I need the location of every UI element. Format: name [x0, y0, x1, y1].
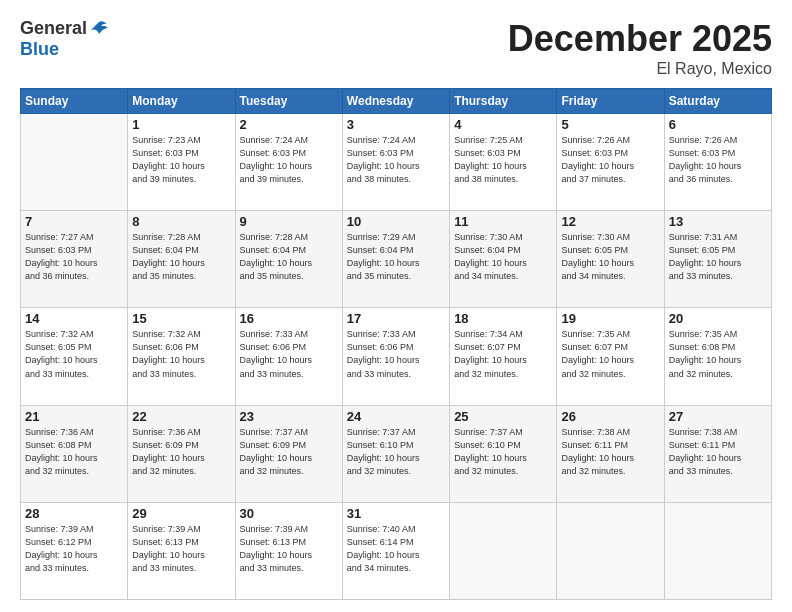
day-info: Sunrise: 7:39 AM Sunset: 6:13 PM Dayligh…: [240, 523, 338, 575]
table-row: 10Sunrise: 7:29 AM Sunset: 6:04 PM Dayli…: [342, 211, 449, 308]
calendar-week-row: 1Sunrise: 7:23 AM Sunset: 6:03 PM Daylig…: [21, 114, 772, 211]
calendar-table: Sunday Monday Tuesday Wednesday Thursday…: [20, 88, 772, 600]
day-info: Sunrise: 7:38 AM Sunset: 6:11 PM Dayligh…: [669, 426, 767, 478]
table-row: [664, 502, 771, 599]
logo-text-blue: Blue: [20, 39, 59, 60]
day-info: Sunrise: 7:28 AM Sunset: 6:04 PM Dayligh…: [132, 231, 230, 283]
table-row: 16Sunrise: 7:33 AM Sunset: 6:06 PM Dayli…: [235, 308, 342, 405]
title-block: December 2025 El Rayo, Mexico: [508, 18, 772, 78]
table-row: 4Sunrise: 7:25 AM Sunset: 6:03 PM Daylig…: [450, 114, 557, 211]
calendar-page: General Blue December 2025 El Rayo, Mexi…: [0, 0, 792, 612]
day-info: Sunrise: 7:35 AM Sunset: 6:08 PM Dayligh…: [669, 328, 767, 380]
day-info: Sunrise: 7:24 AM Sunset: 6:03 PM Dayligh…: [347, 134, 445, 186]
logo-text-general: General: [20, 18, 87, 39]
day-info: Sunrise: 7:30 AM Sunset: 6:05 PM Dayligh…: [561, 231, 659, 283]
day-info: Sunrise: 7:28 AM Sunset: 6:04 PM Dayligh…: [240, 231, 338, 283]
day-info: Sunrise: 7:26 AM Sunset: 6:03 PM Dayligh…: [669, 134, 767, 186]
calendar-week-row: 28Sunrise: 7:39 AM Sunset: 6:12 PM Dayli…: [21, 502, 772, 599]
table-row: 31Sunrise: 7:40 AM Sunset: 6:14 PM Dayli…: [342, 502, 449, 599]
day-info: Sunrise: 7:33 AM Sunset: 6:06 PM Dayligh…: [347, 328, 445, 380]
day-info: Sunrise: 7:37 AM Sunset: 6:09 PM Dayligh…: [240, 426, 338, 478]
day-number: 1: [132, 117, 230, 132]
col-thursday: Thursday: [450, 89, 557, 114]
day-number: 17: [347, 311, 445, 326]
day-number: 10: [347, 214, 445, 229]
day-info: Sunrise: 7:37 AM Sunset: 6:10 PM Dayligh…: [347, 426, 445, 478]
day-number: 3: [347, 117, 445, 132]
day-number: 6: [669, 117, 767, 132]
table-row: 12Sunrise: 7:30 AM Sunset: 6:05 PM Dayli…: [557, 211, 664, 308]
col-monday: Monday: [128, 89, 235, 114]
table-row: 1Sunrise: 7:23 AM Sunset: 6:03 PM Daylig…: [128, 114, 235, 211]
logo: General Blue: [20, 18, 109, 60]
day-number: 21: [25, 409, 123, 424]
day-number: 15: [132, 311, 230, 326]
day-number: 22: [132, 409, 230, 424]
table-row: 27Sunrise: 7:38 AM Sunset: 6:11 PM Dayli…: [664, 405, 771, 502]
day-number: 5: [561, 117, 659, 132]
table-row: 22Sunrise: 7:36 AM Sunset: 6:09 PM Dayli…: [128, 405, 235, 502]
table-row: 30Sunrise: 7:39 AM Sunset: 6:13 PM Dayli…: [235, 502, 342, 599]
day-number: 12: [561, 214, 659, 229]
table-row: 17Sunrise: 7:33 AM Sunset: 6:06 PM Dayli…: [342, 308, 449, 405]
day-number: 4: [454, 117, 552, 132]
table-row: 29Sunrise: 7:39 AM Sunset: 6:13 PM Dayli…: [128, 502, 235, 599]
day-number: 18: [454, 311, 552, 326]
table-row: [557, 502, 664, 599]
table-row: 5Sunrise: 7:26 AM Sunset: 6:03 PM Daylig…: [557, 114, 664, 211]
day-number: 25: [454, 409, 552, 424]
day-number: 16: [240, 311, 338, 326]
day-number: 28: [25, 506, 123, 521]
day-number: 26: [561, 409, 659, 424]
day-number: 30: [240, 506, 338, 521]
day-number: 27: [669, 409, 767, 424]
day-number: 29: [132, 506, 230, 521]
day-number: 31: [347, 506, 445, 521]
table-row: 8Sunrise: 7:28 AM Sunset: 6:04 PM Daylig…: [128, 211, 235, 308]
col-wednesday: Wednesday: [342, 89, 449, 114]
table-row: 20Sunrise: 7:35 AM Sunset: 6:08 PM Dayli…: [664, 308, 771, 405]
day-info: Sunrise: 7:31 AM Sunset: 6:05 PM Dayligh…: [669, 231, 767, 283]
day-number: 2: [240, 117, 338, 132]
table-row: 2Sunrise: 7:24 AM Sunset: 6:03 PM Daylig…: [235, 114, 342, 211]
table-row: 13Sunrise: 7:31 AM Sunset: 6:05 PM Dayli…: [664, 211, 771, 308]
table-row: 24Sunrise: 7:37 AM Sunset: 6:10 PM Dayli…: [342, 405, 449, 502]
day-number: 9: [240, 214, 338, 229]
day-number: 20: [669, 311, 767, 326]
table-row: 14Sunrise: 7:32 AM Sunset: 6:05 PM Dayli…: [21, 308, 128, 405]
header: General Blue December 2025 El Rayo, Mexi…: [20, 18, 772, 78]
day-info: Sunrise: 7:36 AM Sunset: 6:08 PM Dayligh…: [25, 426, 123, 478]
day-info: Sunrise: 7:39 AM Sunset: 6:13 PM Dayligh…: [132, 523, 230, 575]
table-row: 28Sunrise: 7:39 AM Sunset: 6:12 PM Dayli…: [21, 502, 128, 599]
subtitle: El Rayo, Mexico: [508, 60, 772, 78]
day-number: 7: [25, 214, 123, 229]
day-info: Sunrise: 7:32 AM Sunset: 6:05 PM Dayligh…: [25, 328, 123, 380]
calendar-week-row: 7Sunrise: 7:27 AM Sunset: 6:03 PM Daylig…: [21, 211, 772, 308]
table-row: 11Sunrise: 7:30 AM Sunset: 6:04 PM Dayli…: [450, 211, 557, 308]
day-info: Sunrise: 7:30 AM Sunset: 6:04 PM Dayligh…: [454, 231, 552, 283]
table-row: 26Sunrise: 7:38 AM Sunset: 6:11 PM Dayli…: [557, 405, 664, 502]
col-sunday: Sunday: [21, 89, 128, 114]
day-number: 19: [561, 311, 659, 326]
day-info: Sunrise: 7:36 AM Sunset: 6:09 PM Dayligh…: [132, 426, 230, 478]
table-row: 19Sunrise: 7:35 AM Sunset: 6:07 PM Dayli…: [557, 308, 664, 405]
table-row: 3Sunrise: 7:24 AM Sunset: 6:03 PM Daylig…: [342, 114, 449, 211]
day-info: Sunrise: 7:40 AM Sunset: 6:14 PM Dayligh…: [347, 523, 445, 575]
day-info: Sunrise: 7:35 AM Sunset: 6:07 PM Dayligh…: [561, 328, 659, 380]
day-number: 11: [454, 214, 552, 229]
table-row: 6Sunrise: 7:26 AM Sunset: 6:03 PM Daylig…: [664, 114, 771, 211]
table-row: 25Sunrise: 7:37 AM Sunset: 6:10 PM Dayli…: [450, 405, 557, 502]
day-info: Sunrise: 7:32 AM Sunset: 6:06 PM Dayligh…: [132, 328, 230, 380]
table-row: 23Sunrise: 7:37 AM Sunset: 6:09 PM Dayli…: [235, 405, 342, 502]
day-number: 24: [347, 409, 445, 424]
table-row: [450, 502, 557, 599]
day-info: Sunrise: 7:33 AM Sunset: 6:06 PM Dayligh…: [240, 328, 338, 380]
day-info: Sunrise: 7:23 AM Sunset: 6:03 PM Dayligh…: [132, 134, 230, 186]
day-info: Sunrise: 7:37 AM Sunset: 6:10 PM Dayligh…: [454, 426, 552, 478]
col-saturday: Saturday: [664, 89, 771, 114]
col-friday: Friday: [557, 89, 664, 114]
table-row: 7Sunrise: 7:27 AM Sunset: 6:03 PM Daylig…: [21, 211, 128, 308]
day-info: Sunrise: 7:34 AM Sunset: 6:07 PM Dayligh…: [454, 328, 552, 380]
main-title: December 2025: [508, 18, 772, 60]
col-tuesday: Tuesday: [235, 89, 342, 114]
